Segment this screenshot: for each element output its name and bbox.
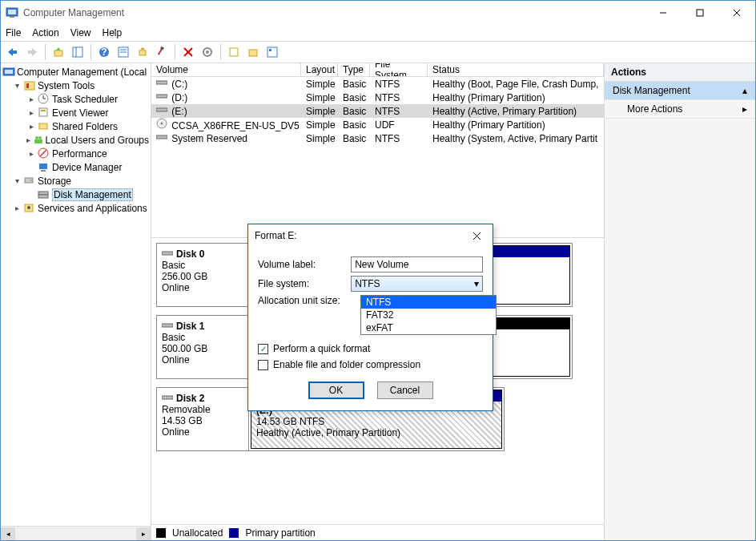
svg-rect-36 bbox=[26, 83, 29, 88]
tree-shared-folders[interactable]: ▸Shared Folders bbox=[1, 119, 151, 133]
scroll-right-icon[interactable]: ▸ bbox=[136, 527, 151, 540]
volume-row[interactable]: (E:)SimpleBasicNTFSHealthy (Active, Prim… bbox=[151, 104, 604, 118]
actions-more[interactable]: More Actions ▸ bbox=[605, 100, 755, 119]
actions-disk-management[interactable]: Disk Management ▴ bbox=[605, 82, 755, 100]
dialog-close-button[interactable] bbox=[467, 226, 486, 245]
svg-rect-48 bbox=[39, 164, 47, 169]
minimize-button[interactable] bbox=[645, 1, 682, 25]
svg-rect-28 bbox=[230, 48, 238, 56]
svg-text:?: ? bbox=[101, 46, 107, 58]
chevron-right-icon[interactable]: ▸ bbox=[25, 135, 33, 144]
tree-hscroll[interactable]: ◂▸ bbox=[1, 526, 151, 540]
svg-rect-49 bbox=[41, 170, 46, 172]
svg-rect-61 bbox=[156, 135, 167, 139]
allocation-size-label: Allocation unit size: bbox=[258, 295, 354, 306]
volume-row[interactable]: (D:)SimpleBasicNTFSHealthy (Primary Part… bbox=[151, 91, 604, 104]
svg-rect-52 bbox=[38, 192, 48, 195]
svg-rect-2 bbox=[10, 16, 14, 18]
col-fs[interactable]: File System bbox=[370, 63, 428, 76]
chevron-down-icon[interactable]: ▾ bbox=[10, 81, 23, 90]
tree-system-tools[interactable]: ▾ System Tools bbox=[1, 79, 151, 92]
fs-option-exfat[interactable]: exFAT bbox=[361, 321, 496, 334]
volume-list[interactable]: (C:)SimpleBasicNTFSHealthy (Boot, Page F… bbox=[151, 77, 604, 237]
volume-row[interactable]: CCSA_X86FRE_EN-US_DV5 (Z:)SimpleBasicUDF… bbox=[151, 118, 604, 131]
svg-rect-1 bbox=[8, 10, 16, 14]
fs-option-ntfs[interactable]: NTFS bbox=[361, 296, 496, 309]
tree-services[interactable]: ▸Services and Applications bbox=[1, 201, 151, 215]
svg-rect-63 bbox=[162, 324, 173, 327]
action-button[interactable] bbox=[153, 43, 171, 61]
quick-format-checkbox[interactable]: ✓ Perform a quick format bbox=[258, 343, 483, 354]
maximize-button[interactable] bbox=[682, 1, 718, 25]
tree-storage[interactable]: ▾Storage bbox=[1, 174, 151, 188]
fs-option-fat32[interactable]: FAT32 bbox=[361, 309, 496, 321]
back-button[interactable] bbox=[4, 43, 22, 61]
format-dialog: Format E: Volume label: File system: NTF… bbox=[247, 224, 493, 411]
tree-task-scheduler[interactable]: ▸Task Scheduler bbox=[1, 92, 151, 106]
tree-performance[interactable]: ▸Performance bbox=[1, 147, 151, 160]
dialog-titlebar[interactable]: Format E: bbox=[248, 224, 493, 247]
properties-button[interactable] bbox=[115, 43, 132, 61]
volume-row[interactable]: System ReservedSimpleBasicNTFSHealthy (S… bbox=[151, 131, 604, 145]
ok-button[interactable]: OK bbox=[308, 382, 364, 399]
show-hide-tree-button[interactable] bbox=[69, 43, 86, 61]
menu-action[interactable]: Action bbox=[32, 27, 58, 38]
scroll-left-icon[interactable]: ◂ bbox=[1, 527, 15, 540]
col-layout[interactable]: Layout bbox=[301, 63, 338, 76]
svg-point-43 bbox=[35, 136, 38, 139]
svg-rect-45 bbox=[34, 139, 42, 143]
compression-checkbox[interactable]: Enable file and folder compression bbox=[258, 359, 483, 370]
svg-rect-41 bbox=[41, 110, 46, 111]
file-system-dropdown-list[interactable]: NTFS FAT32 exFAT bbox=[360, 295, 497, 335]
open-button[interactable] bbox=[244, 43, 262, 61]
file-system-dropdown[interactable]: NTFS ▾ bbox=[351, 276, 483, 292]
menu-view[interactable]: View bbox=[70, 27, 91, 38]
help-button[interactable]: ? bbox=[95, 43, 113, 61]
legend-unallocated-swatch bbox=[156, 528, 166, 538]
tree-disk-management[interactable]: Disk Management bbox=[1, 188, 151, 201]
toolbar: ? bbox=[1, 41, 755, 63]
svg-marker-21 bbox=[140, 47, 145, 50]
chevron-right-icon[interactable]: ▸ bbox=[25, 108, 38, 117]
menu-help[interactable]: Help bbox=[103, 27, 123, 38]
new-button[interactable] bbox=[225, 43, 243, 61]
settings-button[interactable] bbox=[199, 43, 216, 61]
forward-button[interactable] bbox=[23, 43, 41, 61]
tree-root[interactable]: Computer Management (Local bbox=[1, 65, 151, 79]
volume-label-input[interactable] bbox=[351, 256, 483, 273]
svg-rect-20 bbox=[139, 50, 146, 55]
chevron-right-icon[interactable]: ▸ bbox=[25, 149, 38, 158]
menubar: File Action View Help bbox=[1, 25, 755, 41]
legend-primary-swatch bbox=[229, 528, 239, 538]
col-type[interactable]: Type bbox=[338, 63, 370, 76]
chevron-right-icon[interactable]: ▸ bbox=[25, 122, 38, 131]
tree-local-users[interactable]: ▸Local Users and Groups bbox=[1, 133, 151, 147]
cancel-button[interactable]: Cancel bbox=[377, 382, 433, 399]
close-button[interactable] bbox=[718, 1, 755, 25]
menu-file[interactable]: File bbox=[6, 27, 21, 38]
volume-row[interactable]: (C:)SimpleBasicNTFSHealthy (Boot, Page F… bbox=[151, 77, 604, 91]
list-button[interactable] bbox=[263, 43, 281, 61]
svg-rect-40 bbox=[39, 108, 47, 116]
refresh-button[interactable] bbox=[134, 43, 151, 61]
window-title: Computer Management bbox=[23, 7, 645, 18]
svg-point-27 bbox=[206, 50, 209, 54]
console-tree[interactable]: Computer Management (Local ▾ System Tool… bbox=[1, 63, 151, 540]
tree-event-viewer[interactable]: ▸Event Viewer bbox=[1, 106, 151, 119]
svg-rect-34 bbox=[5, 70, 13, 74]
up-button[interactable] bbox=[50, 43, 67, 61]
main-window: Computer Management File Action View Hel… bbox=[0, 0, 756, 541]
delete-button[interactable] bbox=[179, 43, 197, 61]
chevron-right-icon[interactable]: ▸ bbox=[10, 204, 23, 212]
svg-marker-12 bbox=[56, 47, 61, 50]
tree-device-manager[interactable]: Device Manager bbox=[1, 160, 151, 174]
chevron-down-icon[interactable]: ▾ bbox=[10, 176, 23, 185]
svg-point-55 bbox=[27, 206, 30, 209]
chevron-right-icon: ▸ bbox=[742, 103, 747, 115]
col-volume[interactable]: Volume bbox=[151, 63, 301, 76]
svg-point-44 bbox=[38, 136, 42, 139]
col-status[interactable]: Status bbox=[428, 63, 604, 76]
collapse-icon: ▴ bbox=[742, 85, 747, 96]
svg-rect-8 bbox=[12, 50, 17, 54]
chevron-right-icon[interactable]: ▸ bbox=[25, 95, 38, 103]
